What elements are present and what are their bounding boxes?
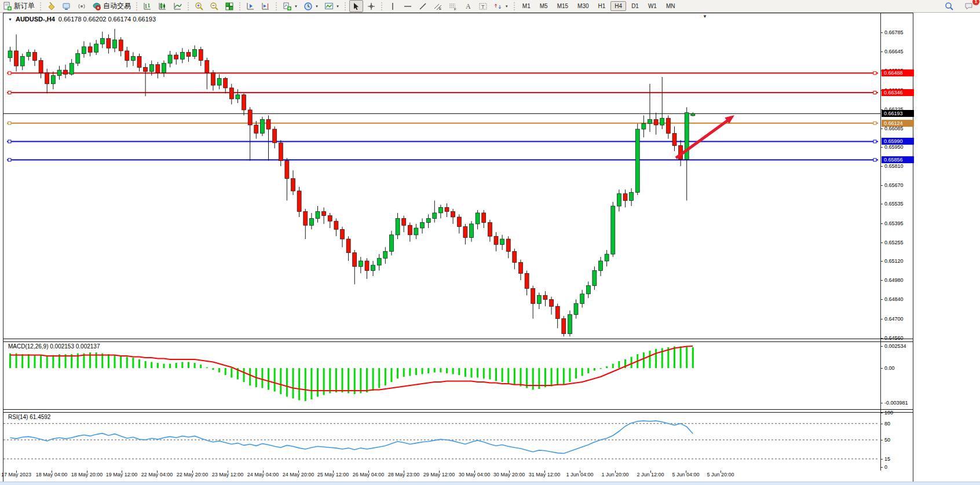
time-axis-label: 26 May 04:00	[353, 472, 385, 477]
chart-shift-button[interactable]	[244, 0, 258, 12]
svg-text:E: E	[439, 7, 441, 10]
line-chart-icon	[173, 2, 182, 11]
timeframe-button-h4[interactable]: H4	[610, 1, 626, 11]
terminal-button[interactable]	[60, 0, 74, 12]
top-toolbar: 新订单自动交易▼▼▼EFAT▼M1M5M15M30H1H4D1W1MN	[0, 0, 980, 13]
toolbar-separator	[380, 1, 384, 12]
chevron-down-icon: ▼	[505, 5, 509, 8]
time-axis[interactable]: 17 May 202318 May 04:0018 May 20:0019 Ma…	[3, 13, 913, 482]
time-axis-label: 24 May 04:00	[247, 472, 279, 477]
search-icon	[945, 2, 954, 11]
styler-button[interactable]	[45, 0, 58, 12]
time-axis-label: 18 May 20:00	[71, 472, 103, 477]
equidistant-channel-button[interactable]: E	[431, 0, 445, 12]
toolbar-separator	[238, 1, 242, 12]
toolbar-separator	[187, 1, 191, 12]
vline-icon	[388, 2, 397, 11]
chevron-down-icon: ▼	[315, 5, 319, 8]
toolbar-separator	[343, 1, 348, 12]
toolbar-separator	[135, 1, 139, 12]
search-button[interactable]	[942, 0, 956, 12]
terminal-icon	[62, 2, 71, 11]
time-axis-label: 30 May 20:00	[493, 472, 525, 477]
bar-chart-button[interactable]	[141, 0, 155, 12]
timeframe-button-h1[interactable]: H1	[594, 1, 610, 11]
tile-windows-button[interactable]	[222, 0, 236, 12]
candle-chart-icon	[158, 2, 167, 11]
horizontal-line-button[interactable]	[401, 0, 415, 12]
time-axis-label: 1 Jun 04:00	[566, 472, 593, 477]
timeframe-button-mn[interactable]: MN	[662, 1, 679, 11]
window-bottom-edge	[0, 482, 980, 485]
fibonacci-button[interactable]: F	[446, 0, 460, 12]
periods-icon	[303, 2, 313, 11]
toolbar-separator	[39, 1, 43, 12]
time-axis-label: 1 Jun 20:00	[601, 472, 628, 477]
toolbar-button-label: 自动交易	[103, 1, 131, 11]
time-axis-label: 30 May 04:00	[459, 472, 491, 477]
signals-button[interactable]	[75, 0, 89, 12]
line-chart-button[interactable]	[171, 0, 185, 12]
chat-button[interactable]: 1	[962, 0, 976, 12]
autotrading-button[interactable]: 自动交易	[90, 0, 133, 12]
timeframe-button-w1[interactable]: W1	[644, 1, 661, 11]
chevron-down-icon: ▼	[336, 5, 339, 8]
text-label-button[interactable]: T	[476, 0, 490, 12]
chart-window: ▼ AUDUSD-,H4 0.66178 0.66202 0.66174 0.6…	[3, 13, 913, 483]
timeframe-button-m30[interactable]: M30	[573, 1, 593, 11]
time-axis-label: 23 May 12:00	[212, 472, 244, 477]
svg-text:A: A	[466, 2, 471, 10]
auto-scroll-button[interactable]	[259, 0, 273, 12]
svg-text:F: F	[454, 8, 456, 11]
time-axis-label: 19 May 12:00	[106, 472, 138, 477]
mt4-terminal: { "toolbar": { "groups": [ [{"icon":"new…	[0, 0, 980, 485]
chart-shift-icon	[246, 2, 255, 11]
channel-icon: E	[433, 2, 443, 11]
time-axis-label: 18 May 04:00	[36, 472, 68, 477]
timeframe-button-m5[interactable]: M5	[536, 1, 552, 11]
autotrade-icon	[92, 2, 101, 11]
new-order-icon	[3, 2, 12, 11]
crosshair-button[interactable]	[364, 0, 378, 12]
cursor-button[interactable]	[349, 0, 363, 12]
zoom-in-icon	[195, 2, 204, 11]
hline-icon	[403, 2, 412, 11]
time-axis-label: 2 Jun 12:00	[637, 472, 664, 477]
text-icon: A	[463, 2, 473, 11]
candle-chart-button[interactable]	[156, 0, 170, 12]
tile-windows-icon	[225, 2, 234, 11]
indicators-icon	[283, 2, 292, 11]
time-axis-label: 29 May 12:00	[423, 472, 455, 477]
trendline-button[interactable]	[416, 0, 430, 12]
text-button[interactable]: A	[461, 0, 475, 12]
time-axis-label: 5 Jun 04:00	[672, 472, 699, 477]
label-icon: T	[478, 2, 488, 11]
indicators-button[interactable]: ▼	[280, 0, 300, 12]
periods-button[interactable]: ▼	[301, 0, 321, 12]
template-icon	[324, 2, 334, 11]
signal-icon	[77, 2, 86, 11]
zoom-in-button[interactable]	[192, 0, 206, 12]
time-axis-label: 17 May 2023	[1, 472, 31, 477]
new-order-button[interactable]: 新订单	[1, 0, 37, 12]
templates-button[interactable]: ▼	[322, 0, 342, 12]
toolbar-separator	[513, 1, 517, 12]
timeframe-button-d1[interactable]: D1	[627, 1, 643, 11]
timeframe-button-m15[interactable]: M15	[553, 1, 572, 11]
fibo-icon: F	[448, 2, 458, 11]
arrows-icon	[493, 2, 503, 11]
trendline-icon	[418, 2, 427, 11]
time-axis-label: 22 May 20:00	[177, 472, 209, 477]
zoom-out-button[interactable]	[207, 0, 221, 12]
cursor-icon	[352, 2, 361, 11]
time-axis-label: 5 Jun 20:00	[707, 472, 734, 477]
toolbar-separator	[275, 1, 279, 12]
time-axis-label: 25 May 12:00	[317, 472, 349, 477]
crosshair-icon	[367, 2, 376, 11]
time-axis-label: 31 May 12:00	[529, 472, 561, 477]
timeframe-button-m1[interactable]: M1	[518, 1, 535, 11]
svg-text:T: T	[481, 3, 485, 9]
auto-scroll-icon	[261, 2, 270, 11]
vertical-line-button[interactable]	[386, 0, 400, 12]
arrows-button[interactable]: ▼	[491, 0, 511, 12]
